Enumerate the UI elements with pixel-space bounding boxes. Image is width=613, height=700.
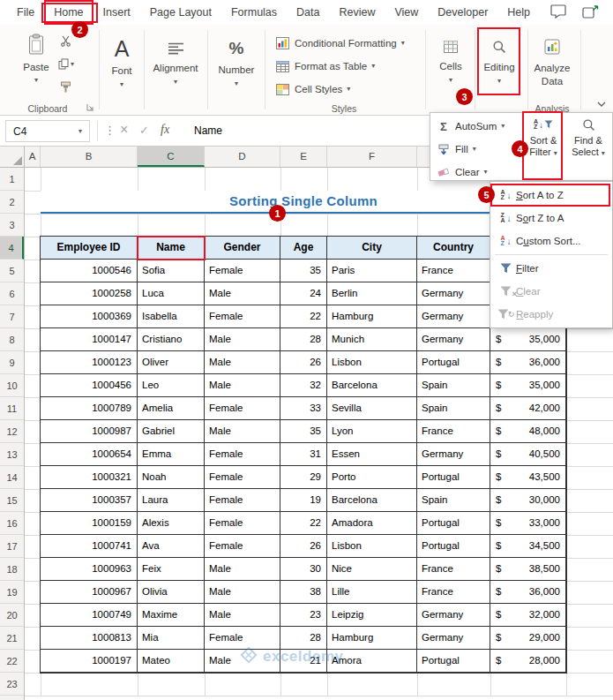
more-options-icon[interactable]: ⋮ [104,124,116,137]
table-cell[interactable]: Spain [417,397,490,420]
table-cell[interactable]: 1000987 [41,420,138,443]
clear-button[interactable]: Clear ▾ [437,162,521,183]
table-cell[interactable]: Leo [138,374,205,397]
table-cell[interactable]: Laura [138,489,205,512]
menu-item-custom-sort[interactable]: AZ↓Custom Sort... [490,230,612,252]
table-cell[interactable]: 26 [280,351,327,374]
table-cell[interactable]: 31 [280,443,327,466]
table-cell[interactable]: 23 [280,604,327,627]
table-cell[interactable]: Sofia [138,260,205,282]
table-header-cell[interactable]: Employee ID [41,237,138,260]
salary-cell[interactable]: $40,500 [490,443,566,466]
menu-item-filter[interactable]: Filter [490,257,612,280]
ribbon-tab-formulas[interactable]: Formulas [221,0,287,25]
table-cell[interactable]: 1000123 [41,351,138,374]
find-select-button[interactable]: Find & Select ▾ [566,116,610,179]
table-cell[interactable]: Germany [417,328,490,351]
table-cell[interactable]: France [417,558,490,581]
table-cell[interactable]: 24 [280,282,327,305]
table-cell[interactable]: France [417,581,490,604]
table-cell[interactable]: Ava [138,535,205,558]
table-cell[interactable]: Lisbon [327,351,417,374]
salary-cell[interactable]: $34,500 [490,535,566,558]
table-cell[interactable]: Female [205,466,280,489]
autosum-button[interactable]: Σ AutoSum ▾ [437,116,521,137]
table-cell[interactable]: Germany [417,627,490,650]
sort-filter-button[interactable]: AZ↓ Sort & Filter ▾ [524,116,563,179]
table-cell[interactable]: Paris [327,260,417,282]
table-cell[interactable]: 33 [280,397,327,420]
clipboard-dialog-launcher[interactable] [86,103,94,111]
table-cell[interactable]: Portugal [417,512,490,535]
table-header-cell[interactable]: Country [417,237,490,260]
table-cell[interactable]: Oliver [138,351,205,374]
table-cell[interactable]: 1000159 [41,512,138,535]
format-painter-button[interactable] [60,81,71,93]
conditional-formatting-button[interactable]: Conditional Formatting ▾ [275,34,405,53]
ribbon-tab-insert[interactable]: Insert [93,0,140,25]
table-cell[interactable]: Male [205,374,280,397]
table-cell[interactable]: Sevilla [327,397,417,420]
table-cell[interactable]: Isabella [138,305,205,328]
comments-icon[interactable] [550,4,566,22]
table-cell[interactable]: Emma [138,443,205,466]
ribbon-tab-home[interactable]: Home [44,0,93,25]
table-cell[interactable]: Barcelona [327,489,417,512]
table-cell[interactable]: 1000456 [41,374,138,397]
salary-cell[interactable]: $32,000 [490,604,566,627]
salary-cell[interactable]: $43,500 [490,466,566,489]
table-cell[interactable]: 1000546 [41,260,138,282]
table-cell[interactable]: 1000963 [41,558,138,581]
table-cell[interactable]: 1000321 [41,466,138,489]
name-box[interactable]: C4 ▾ [5,120,90,142]
table-cell[interactable]: 35 [280,420,327,443]
table-cell[interactable]: Female [205,260,280,282]
table-cell[interactable]: Female [205,512,280,535]
table-cell[interactable]: Porto [327,466,417,489]
table-cell[interactable]: 1000654 [41,443,138,466]
salary-cell[interactable]: $48,000 [490,420,566,443]
salary-cell[interactable]: $33,000 [490,512,566,535]
salary-cell[interactable]: $36,000 [490,581,566,604]
table-cell[interactable]: 1000258 [41,282,138,305]
menu-item-sort-a-to-z[interactable]: AZ↓Sort A to Z [490,184,612,207]
salary-cell[interactable]: $35,000 [490,374,566,397]
analyze-data-button[interactable]: Analyze Data [529,30,575,106]
ribbon-tab-page-layout[interactable]: Page Layout [140,0,221,25]
table-cell[interactable]: Barcelona [327,374,417,397]
table-cell[interactable]: Germany [417,282,490,305]
table-cell[interactable]: Luca [138,282,205,305]
salary-cell[interactable]: $42,000 [490,397,566,420]
table-cell[interactable]: Portugal [417,351,490,374]
ribbon-tab-help[interactable]: Help [497,0,540,25]
salary-cell[interactable]: $38,500 [490,558,566,581]
table-cell[interactable]: Male [205,282,280,305]
ribbon-tab-data[interactable]: Data [287,0,329,25]
table-cell[interactable]: France [417,260,490,282]
cell-styles-button[interactable]: Cell Styles ▾ [275,79,350,99]
table-cell[interactable]: Spain [417,374,490,397]
enter-icon[interactable]: ✓ [139,124,149,137]
table-cell[interactable]: 35 [280,260,327,282]
table-cell[interactable]: Male [205,558,280,581]
salary-cell[interactable]: $29,000 [490,627,566,650]
table-cell[interactable]: Nice [327,558,417,581]
table-cell[interactable]: 29 [280,466,327,489]
table-cell[interactable]: Female [205,443,280,466]
format-as-table-button[interactable]: Format as Table ▾ [275,56,375,76]
table-cell[interactable]: Feix [138,558,205,581]
formula-input[interactable]: Name [194,124,222,137]
font-group-button[interactable]: A Font ▾ [102,30,141,109]
table-cell[interactable]: 19 [280,489,327,512]
table-cell[interactable]: Male [205,604,280,627]
table-cell[interactable]: 1000197 [41,650,138,673]
table-cell[interactable]: Maxime [138,604,205,627]
table-cell[interactable]: Female [205,489,280,512]
table-cell[interactable]: 26 [280,535,327,558]
table-cell[interactable]: 30 [280,558,327,581]
table-cell[interactable]: 28 [280,328,327,351]
table-cell[interactable]: Cristiano [138,328,205,351]
cut-button[interactable] [60,35,71,47]
collapse-ribbon-icon[interactable] [597,94,606,110]
ribbon-tab-review[interactable]: Review [329,0,385,25]
